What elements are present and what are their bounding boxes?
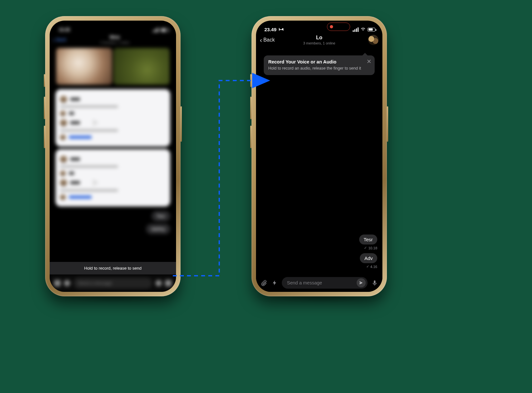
avatar <box>60 110 66 116</box>
toast-text: Hold to record, release to send <box>84 266 142 271</box>
play-icon[interactable] <box>93 179 99 187</box>
chat-header: ‹ Back Lo 3 members, 1 online <box>256 33 382 49</box>
composer: Send a message <box>50 274 176 292</box>
message-time: 10.18 <box>368 246 377 250</box>
group-avatar[interactable] <box>368 35 379 45</box>
sent-message[interactable]: Adv <box>360 253 377 263</box>
signal-icon <box>353 27 359 32</box>
screen-right: 23.49 ‹ Back Lo 3 members, 1 onl <box>256 21 382 292</box>
chevron-left-icon: ‹ <box>53 36 55 43</box>
status-time: 15.35 <box>59 27 70 32</box>
avatar <box>60 179 67 186</box>
back-label: Back <box>56 37 66 42</box>
message-meta: ✓ 10.18 <box>364 246 377 250</box>
link-text[interactable] <box>69 196 92 199</box>
mic-icon[interactable] <box>165 280 172 286</box>
check-icon: ✓ <box>366 264 369 269</box>
message-meta: ✓ 4.16 <box>366 264 377 269</box>
chat-subtitle: 3 members, 1 online <box>256 41 382 45</box>
check-icon: ✓ <box>364 246 367 250</box>
record-tooltip: Record Your Voice or an Audio Hold to re… <box>264 55 375 75</box>
link-text[interactable] <box>69 136 92 139</box>
screen-left: 15.35 ‹ Back Woo 3 members, 1 online <box>50 21 176 292</box>
back-label: Back <box>263 37 275 43</box>
battery-icon <box>161 28 168 32</box>
phone-after: 23.49 ‹ Back Lo 3 members, 1 onl <box>251 16 387 296</box>
chat-subtitle: 3 members, 1 online <box>100 41 130 44</box>
tooltip-body: Hold to record an audio, release the fin… <box>268 66 362 71</box>
composer: Send a message <box>256 274 382 292</box>
avatar <box>60 134 66 140</box>
avatar <box>60 194 66 200</box>
mic-icon[interactable] <box>371 279 379 287</box>
avatar <box>60 119 67 126</box>
battery-icon <box>368 28 375 32</box>
chat-title: Woo <box>66 34 163 40</box>
close-icon[interactable]: ✕ <box>367 59 371 64</box>
status-bar: 23.49 <box>256 21 382 33</box>
phone-before: 15.35 ‹ Back Woo 3 members, 1 online <box>45 16 181 296</box>
photo-thumbnail[interactable] <box>56 48 112 85</box>
emoji-icon[interactable] <box>155 280 162 286</box>
message-input[interactable]: Send a message <box>74 278 152 289</box>
bolt-icon[interactable] <box>271 279 279 287</box>
chevron-left-icon: ‹ <box>260 37 262 43</box>
sent-message: Advfny <box>146 224 170 234</box>
recording-indicator[interactable] <box>327 23 350 31</box>
message-time: 4.16 <box>370 265 377 269</box>
blurred-content: 15.35 ‹ Back Woo 3 members, 1 online <box>50 21 176 292</box>
message-card <box>55 89 170 147</box>
avatar <box>60 170 66 176</box>
bolt-icon[interactable] <box>64 280 70 286</box>
attachment-icon[interactable] <box>260 279 268 287</box>
back-button[interactable]: ‹ Back <box>53 36 66 43</box>
back-button[interactable]: ‹ Back <box>260 37 275 43</box>
avatar <box>60 156 67 163</box>
input-placeholder: Send a message <box>287 280 357 285</box>
message-list: Tesr ✓ 10.18 Adv ✓ 4.16 <box>359 235 377 271</box>
sent-message[interactable]: Tesr <box>359 235 377 244</box>
send-button[interactable] <box>357 278 366 287</box>
play-icon[interactable] <box>93 119 99 127</box>
tooltip-title: Record Your Voice or an Audio <box>268 59 362 64</box>
chat-header: ‹ Back Woo 3 members, 1 online <box>50 32 176 47</box>
notch <box>84 21 142 30</box>
sent-message: Tesr <box>152 211 170 221</box>
photo-thumbnail[interactable] <box>113 48 170 85</box>
attachment-icon[interactable] <box>54 280 61 286</box>
message-input[interactable]: Send a message <box>282 277 368 289</box>
avatar <box>60 96 67 103</box>
bed-icon <box>279 27 284 32</box>
chat-title: Lo <box>256 35 382 41</box>
signal-icon <box>153 28 159 32</box>
message-card <box>55 149 170 206</box>
wifi-icon <box>360 27 366 32</box>
record-toast: Hold to record, release to send <box>50 262 176 274</box>
image-row <box>50 48 176 87</box>
status-time: 23.49 <box>264 27 277 32</box>
